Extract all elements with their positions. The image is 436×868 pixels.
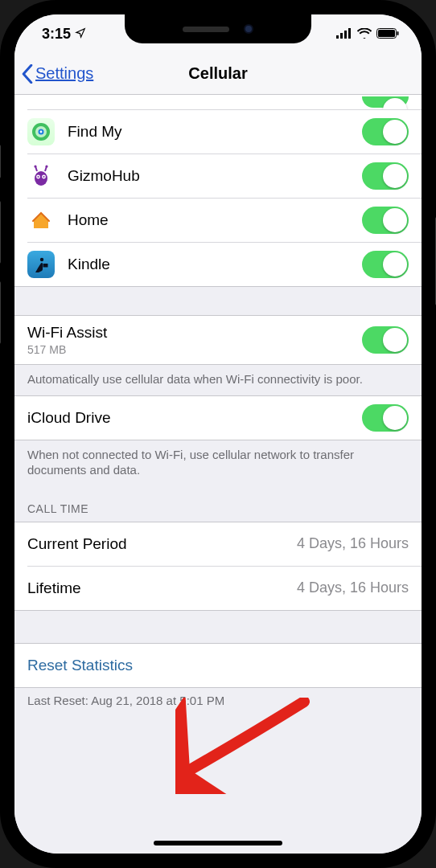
notch xyxy=(125,14,311,43)
app-toggle[interactable] xyxy=(362,118,409,145)
svg-point-10 xyxy=(40,131,43,133)
wifi-icon xyxy=(357,26,372,43)
svg-point-14 xyxy=(38,176,39,178)
reset-group: Reset Statistics xyxy=(14,644,422,687)
kindle-icon xyxy=(27,251,55,278)
home-indicator[interactable] xyxy=(154,841,282,845)
wifi-assist-toggle[interactable] xyxy=(362,326,409,354)
app-toggle[interactable] xyxy=(362,96,409,108)
lifetime-label: Lifetime xyxy=(27,579,297,597)
svg-rect-5 xyxy=(378,30,395,37)
gizmohub-icon xyxy=(27,162,55,190)
icloud-drive-row[interactable]: iCloud Drive xyxy=(14,396,422,440)
back-label: Settings xyxy=(35,64,93,83)
svg-point-18 xyxy=(34,165,36,167)
call-time-group: Current Period 4 Days, 16 Hours Lifetime… xyxy=(14,522,422,610)
app-row-find-my[interactable]: Find My xyxy=(14,110,422,154)
lifetime-row: Lifetime 4 Days, 16 Hours xyxy=(14,567,422,610)
app-toggle[interactable] xyxy=(362,162,409,190)
svg-rect-3 xyxy=(348,28,351,39)
status-left: 3:15 xyxy=(42,26,86,43)
find-my-icon xyxy=(27,118,55,145)
lifetime-value: 4 Days, 16 Hours xyxy=(297,579,409,596)
volume-down-button xyxy=(0,281,1,344)
app-row-cut[interactable] xyxy=(14,95,422,109)
current-period-row: Current Period 4 Days, 16 Hours xyxy=(14,522,422,566)
wifi-assist-group: Wi-Fi Assist 517 MB xyxy=(14,316,422,364)
svg-rect-0 xyxy=(336,35,339,39)
home-icon xyxy=(27,207,55,234)
last-reset-footer: Last Reset: Aug 21, 2018 at 5:01 PM xyxy=(14,688,422,717)
svg-point-11 xyxy=(35,171,47,186)
app-label: Find My xyxy=(68,123,362,141)
svg-point-20 xyxy=(40,258,43,261)
mute-switch xyxy=(0,145,1,178)
back-button[interactable]: Settings xyxy=(21,53,93,94)
app-label: Home xyxy=(68,211,362,229)
phone-frame: 3:15 xyxy=(0,0,436,868)
svg-point-19 xyxy=(45,165,47,167)
front-camera xyxy=(244,24,253,34)
cellular-signal-icon xyxy=(336,26,352,43)
icloud-drive-footer: When not connected to Wi-Fi, use cellula… xyxy=(14,440,422,486)
svg-rect-6 xyxy=(397,31,399,35)
status-right xyxy=(336,26,399,43)
wifi-assist-footer: Automatically use cellular data when Wi-… xyxy=(14,365,422,395)
call-time-header: CALL TIME xyxy=(14,486,422,522)
current-period-value: 4 Days, 16 Hours xyxy=(297,535,409,552)
app-label: Kindle xyxy=(68,256,362,273)
current-period-label: Current Period xyxy=(27,535,297,553)
svg-rect-2 xyxy=(344,31,347,39)
screen: 3:15 xyxy=(14,14,422,854)
reset-statistics-button[interactable]: Reset Statistics xyxy=(14,644,422,687)
wifi-assist-label: Wi-Fi Assist xyxy=(27,324,362,342)
nav-bar: Settings Cellular xyxy=(14,53,422,95)
app-toggle[interactable] xyxy=(362,251,409,278)
app-row-home[interactable]: Home xyxy=(14,199,422,242)
volume-up-button xyxy=(0,201,1,264)
icloud-drive-group: iCloud Drive xyxy=(14,396,422,440)
app-label: GizmoHub xyxy=(68,167,362,185)
battery-icon xyxy=(376,26,399,43)
wifi-assist-usage: 517 MB xyxy=(27,343,362,356)
speaker xyxy=(183,27,229,32)
status-time: 3:15 xyxy=(42,26,71,43)
app-row-kindle[interactable]: Kindle xyxy=(14,243,422,286)
icloud-drive-label: iCloud Drive xyxy=(27,409,362,427)
nav-title: Cellular xyxy=(188,64,247,83)
location-icon xyxy=(75,26,86,43)
svg-point-15 xyxy=(43,176,45,178)
svg-rect-21 xyxy=(43,264,48,268)
chevron-left-icon xyxy=(21,64,34,84)
apps-group: Find My xyxy=(14,95,422,286)
app-toggle[interactable] xyxy=(362,207,409,234)
wifi-assist-row[interactable]: Wi-Fi Assist 517 MB xyxy=(14,316,422,364)
content[interactable]: Find My xyxy=(14,95,422,854)
app-row-gizmohub[interactable]: GizmoHub xyxy=(14,154,422,198)
reset-statistics-label: Reset Statistics xyxy=(27,657,133,674)
icloud-drive-toggle[interactable] xyxy=(362,404,409,432)
svg-rect-1 xyxy=(340,33,343,39)
